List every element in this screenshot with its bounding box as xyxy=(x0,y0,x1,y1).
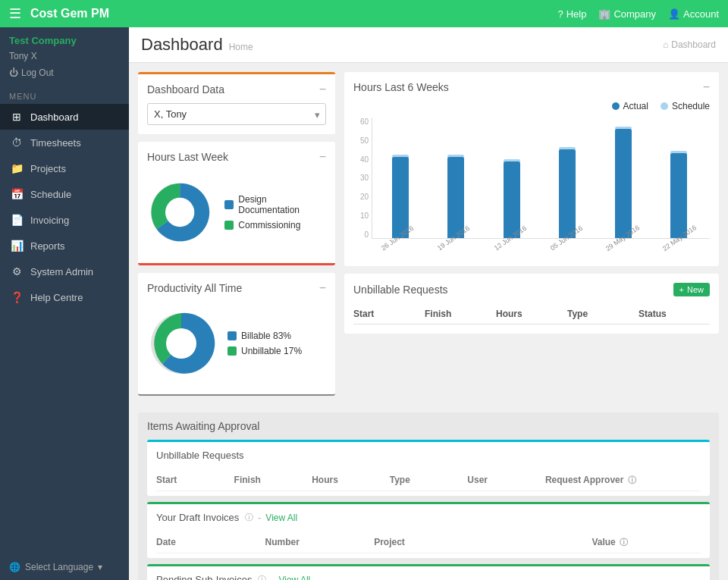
col-user: User xyxy=(467,475,545,486)
top-nav-right: ? Help 🏢 Company 👤 Account xyxy=(557,8,719,20)
dashboard-top: Dashboard Data − X, Tony Hours Last Week… xyxy=(138,72,719,403)
sidebar-company: Test Company xyxy=(0,27,129,49)
actual-bar-5 xyxy=(615,129,632,238)
dashboard-right-col: Hours Last 6 Weeks − Actual Schedule xyxy=(344,72,719,403)
draft-invoices-header-row: Your Draft Invoices ⓘ - View All xyxy=(156,512,701,523)
legend-actual: Actual xyxy=(612,101,648,111)
sidebar-item-timesheets[interactable]: ⏱ Timesheets xyxy=(0,130,129,155)
main-content: Dashboard Home ⌂ Dashboard Dashboard Dat… xyxy=(129,27,728,580)
sysadmin-icon: ⚙ xyxy=(11,265,23,277)
page-header-right: ⌂ Dashboard xyxy=(663,39,716,50)
productivity-pie-section: Billable 83% Unbillable 17% xyxy=(147,302,326,385)
col-value: Value ⓘ xyxy=(592,537,701,548)
top-nav: ☰ Cost Gem PM ? Help 🏢 Company 👤 Account xyxy=(0,0,728,27)
draft-invoices-header: Your Draft Invoices ⓘ - View All xyxy=(147,502,710,528)
col-project: Project xyxy=(374,537,592,548)
legend-design-doc: Design Documentation xyxy=(224,194,326,215)
account-icon: 👤 xyxy=(668,8,680,20)
draft-invoices-section: Your Draft Invoices ⓘ - View All Date Nu… xyxy=(147,502,710,558)
value-info-icon[interactable]: ⓘ xyxy=(620,538,628,547)
reports-icon: 📊 xyxy=(11,240,23,252)
productivity-legend: Billable 83% Unbillable 17% xyxy=(228,331,302,356)
col-hours: Hours xyxy=(496,309,567,319)
hours-last-week-title: Hours Last Week xyxy=(147,151,228,163)
design-doc-color xyxy=(224,200,234,209)
sidebar-item-dashboard[interactable]: ⊞ Dashboard xyxy=(0,104,129,130)
hamburger-icon[interactable]: ☰ xyxy=(9,5,21,22)
helpcentre-icon: ❓ xyxy=(11,291,23,303)
actual-dot xyxy=(612,102,620,110)
sidebar-user: Tony X xyxy=(0,49,129,64)
user-select-wrapper[interactable]: X, Tony xyxy=(147,103,326,125)
y-axis: 60 50 40 30 20 10 0 xyxy=(353,118,372,239)
page-header: Dashboard Home ⌂ Dashboard xyxy=(129,27,728,63)
legend-commissioning: Commissioning xyxy=(224,220,326,230)
svg-point-1 xyxy=(165,198,194,227)
hours-last-week-header: Hours Last Week − xyxy=(147,151,326,163)
bars-container xyxy=(372,118,710,239)
hours-last-week-minimize[interactable]: − xyxy=(319,151,326,163)
col-type: Type xyxy=(390,475,468,486)
sidebar-item-helpcentre[interactable]: ❓ Help Centre xyxy=(0,284,129,310)
dashboard-icon: ⊞ xyxy=(11,111,23,123)
pending-info-icon[interactable]: ⓘ xyxy=(258,574,266,580)
page-header-left: Dashboard Home xyxy=(141,35,253,55)
invoicing-icon: 📄 xyxy=(11,214,23,226)
user-select[interactable]: X, Tony xyxy=(147,103,326,125)
col-finish: Finish xyxy=(425,309,496,319)
x-labels: 26 Jun 2016 19 Jun 2016 12 Jun 2016 05 J… xyxy=(372,242,710,257)
actual-bar-6 xyxy=(670,153,687,238)
help-icon: ? xyxy=(557,8,563,20)
unbillable-title: Unbillable Requests xyxy=(353,284,448,296)
actual-bar-1 xyxy=(392,157,409,238)
language-icon: 🌐 xyxy=(9,562,20,572)
language-selector[interactable]: 🌐 Select Language ▾ xyxy=(0,554,129,580)
col-finish: Finish xyxy=(234,475,312,486)
hours-6weeks-minimize[interactable]: − xyxy=(703,81,710,93)
unbillable-color xyxy=(228,346,237,356)
sidebar-item-projects[interactable]: 📁 Projects xyxy=(0,155,129,181)
sidebar-item-sysadmin[interactable]: ⚙ System Admin xyxy=(0,259,129,284)
breadcrumb-label: Dashboard xyxy=(671,39,716,50)
logout-button[interactable]: ⏻ Log Out xyxy=(0,64,129,86)
col-type: Type xyxy=(567,309,639,319)
awaiting-unbillable-cols: Start Finish Hours Type User Request App… xyxy=(156,470,701,491)
pending-view-all-link[interactable]: View All xyxy=(278,575,310,581)
new-unbillable-button[interactable]: + New xyxy=(673,283,710,296)
help-link[interactable]: ? Help xyxy=(557,8,586,20)
awaiting-section: Items Awaiting Approval Unbillable Reque… xyxy=(138,412,719,580)
logout-icon: ⏻ xyxy=(9,67,18,78)
draft-info-icon[interactable]: ⓘ xyxy=(245,512,253,523)
sidebar-item-reports[interactable]: 📊 Reports xyxy=(0,233,129,259)
col-number: Number xyxy=(265,537,375,548)
col-request-approver: Request Approver ⓘ xyxy=(545,475,701,486)
draft-invoices-table: Date Number Project Value ⓘ xyxy=(147,528,710,558)
col-start: Start xyxy=(156,475,234,486)
breadcrumb: Home xyxy=(229,42,253,52)
hours-last-week-pie-section: Design Documentation Commissioning xyxy=(147,171,326,254)
awaiting-unbillable-section: Unbillable Requests Start Finish Hours T… xyxy=(147,440,710,496)
awaiting-unbillable-header: Unbillable Requests xyxy=(147,440,710,466)
draft-view-all-link[interactable]: View All xyxy=(265,513,297,523)
approver-info-icon[interactable]: ⓘ xyxy=(628,475,636,484)
awaiting-title: Items Awaiting Approval xyxy=(147,420,710,432)
draft-invoices-cols: Date Number Project Value ⓘ xyxy=(156,532,701,553)
pending-sub-header-row: Pending Sub-Invoices ⓘ - View All xyxy=(156,574,701,580)
productivity-minimize[interactable]: − xyxy=(319,282,326,294)
sidebar-item-schedule[interactable]: 📅 Schedule xyxy=(0,181,129,207)
sidebar-item-invoicing[interactable]: 📄 Invoicing xyxy=(0,207,129,233)
account-link[interactable]: 👤 Account xyxy=(668,8,719,20)
schedule-icon: 📅 xyxy=(11,188,23,200)
col-start: Start xyxy=(353,309,425,319)
billable-color xyxy=(228,331,237,340)
dashboard-data-minimize[interactable]: − xyxy=(319,83,326,96)
productivity-header: Productivity All Time − xyxy=(147,282,326,294)
bars-area: 26 Jun 2016 19 Jun 2016 12 Jun 2016 05 J… xyxy=(372,118,710,257)
timesheets-icon: ⏱ xyxy=(11,136,23,149)
projects-icon: 📁 xyxy=(11,162,23,174)
page-title: Dashboard xyxy=(141,35,223,55)
company-link[interactable]: 🏢 Company xyxy=(598,8,656,20)
dashboard-data-header: Dashboard Data − xyxy=(147,83,326,96)
dashboard-data-card: Dashboard Data − X, Tony xyxy=(138,72,335,134)
language-dropdown-icon: ▾ xyxy=(98,562,102,572)
